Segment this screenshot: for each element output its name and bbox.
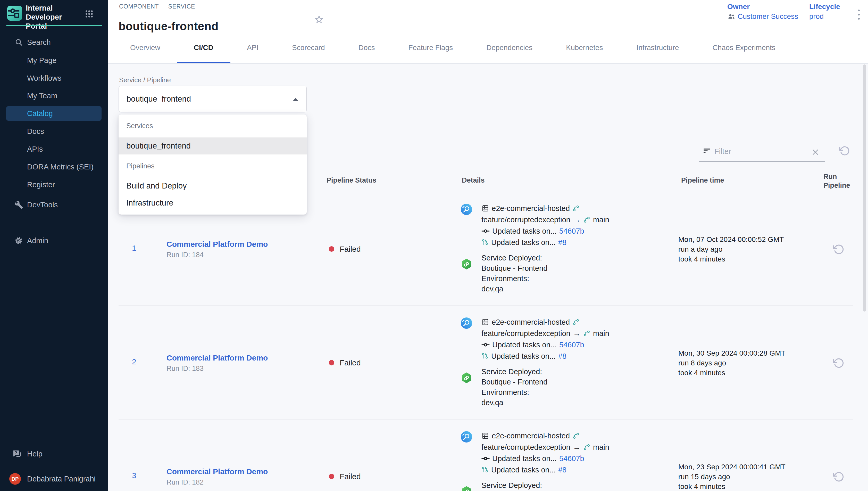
pipeline-name-block: Commercial Platform Demo Run ID: 183 [166, 353, 268, 373]
tab-api[interactable]: API [247, 32, 258, 63]
tab-infrastructure[interactable]: Infrastructure [637, 32, 679, 63]
menu-item-build-and-deploy[interactable]: Build and Deploy [119, 177, 307, 195]
sidebar-item-label: My Page [27, 56, 57, 65]
tab-scorecard[interactable]: Scorecard [292, 32, 325, 63]
sidebar-accent-rule [6, 25, 102, 26]
service-pipeline-selected-value: boutique_frontend [127, 86, 191, 112]
sidebar-item-devtools[interactable]: DevTools [0, 196, 108, 214]
service-pipeline-select[interactable]: boutique_frontend [119, 86, 307, 112]
sidebar-user-menu[interactable]: DP Debabrata Panigrahi [0, 469, 108, 488]
cd-stage-icon [461, 486, 472, 491]
tab-cicd[interactable]: CI/CD [194, 32, 213, 63]
tab-dependencies[interactable]: Dependencies [486, 32, 532, 63]
clear-filter-icon[interactable] [811, 147, 820, 157]
sidebar-item-my-team[interactable]: My Team [0, 87, 108, 105]
ci-stage-icon [461, 431, 472, 442]
commit-message: Updated tasks on... [492, 227, 557, 235]
pull-request-icon [482, 239, 489, 246]
git-branch-icon [572, 318, 580, 326]
sidebar-item-label: Workflows [27, 74, 61, 83]
sidebar-item-my-page[interactable]: My Page [0, 51, 108, 69]
app-switcher-grid-icon[interactable] [85, 9, 94, 19]
menu-item-infrastructure[interactable]: Infrastructure [119, 195, 307, 211]
git-branch-icon [572, 432, 580, 439]
filter-input[interactable] [714, 143, 802, 160]
status-label: Failed [340, 358, 361, 367]
pipeline-name-block: Commercial Platform Demo Run ID: 182 [166, 467, 268, 487]
commit-hash-link[interactable]: 54607b [559, 341, 584, 349]
pipeline-time-block: Mon, 23 Sep 2024 00:00:41 GMT run 15 day… [678, 462, 785, 491]
run-index-link[interactable]: 1 [132, 244, 136, 253]
service-deployed-label: Service Deployed: [482, 253, 609, 263]
pull-request-icon [482, 466, 489, 473]
app-logo-row: Internal Developer Portal [0, 0, 108, 25]
tab-docs[interactable]: Docs [359, 32, 375, 63]
avatar: DP [9, 473, 21, 485]
run-timestamp: Mon, 30 Sep 2024 00:00:28 GMT [678, 348, 785, 358]
git-branch-icon [583, 216, 590, 223]
sidebar-item-label: Search [27, 38, 51, 47]
run-index-link[interactable]: 2 [132, 357, 136, 366]
tab-feature-flags[interactable]: Feature Flags [408, 32, 453, 63]
environments-label: Environments: [482, 387, 609, 397]
pr-number-link[interactable]: #8 [558, 238, 566, 247]
sidebar-item-catalog[interactable]: Catalog [6, 106, 101, 121]
pipeline-name-link[interactable]: Commercial Platform Demo [166, 353, 268, 363]
sidebar-item-help[interactable]: Help [0, 445, 108, 463]
sidebar-item-label: Docs [27, 127, 44, 136]
vertical-scrollbar-thumb[interactable] [863, 64, 866, 312]
sidebar-item-search[interactable]: Search [0, 33, 108, 51]
table-row: 3 Commercial Platform Demo Run ID: 182 F… [119, 420, 853, 491]
refresh-table-icon[interactable] [839, 145, 850, 156]
internal-developer-portal-page: Internal Developer Portal Search My Page… [0, 0, 868, 491]
app-logo-icon [7, 6, 22, 21]
target-branch: main [593, 443, 609, 452]
pr-number-link[interactable]: #8 [558, 466, 566, 474]
pipeline-name-link[interactable]: Commercial Platform Demo [166, 239, 268, 249]
run-relative-time: run 15 days ago [678, 472, 785, 482]
sidebar-item-admin[interactable]: Admin [0, 232, 108, 250]
service-deployed-value: Boutique - Frontend [482, 377, 609, 387]
sidebar-item-docs[interactable]: Docs [0, 122, 108, 140]
tab-chaos-experiments[interactable]: Chaos Experiments [712, 32, 775, 63]
chevron-up-icon [293, 98, 298, 101]
run-pipeline-retry-icon[interactable] [833, 244, 844, 255]
source-branch: feature/corruptedexception [482, 329, 570, 338]
favorite-star-icon[interactable] [314, 15, 324, 25]
menu-item-boutique-frontend[interactable]: boutique_frontend [119, 138, 307, 154]
sidebar-item-register[interactable]: Register [0, 176, 108, 194]
filter-input-underline [699, 162, 825, 162]
service-deployed-label: Service Deployed: [482, 480, 609, 490]
sidebar-item-label: Help [27, 450, 42, 458]
tab-overview[interactable]: Overview [130, 32, 160, 63]
gear-icon [14, 236, 23, 245]
pipeline-name-link[interactable]: Commercial Platform Demo [166, 467, 268, 476]
tab-kubernetes[interactable]: Kubernetes [566, 32, 603, 63]
sidebar-item-dora-metrics[interactable]: DORA Metrics (SEI) [0, 158, 108, 176]
run-duration: took 4 minutes [678, 254, 784, 264]
entity-more-menu-icon[interactable] [854, 7, 864, 22]
run-pipeline-retry-icon[interactable] [833, 471, 844, 483]
run-duration: took 4 minutes [678, 482, 785, 491]
filter-icon [703, 146, 711, 155]
pr-number-link[interactable]: #8 [558, 352, 566, 360]
pull-request-icon [482, 352, 489, 360]
sidebar-item-workflows[interactable]: Workflows [0, 69, 108, 87]
environments-value: dev,qa [482, 284, 609, 294]
cd-stage-icon [461, 372, 472, 384]
deployment-block: Service Deployed: Boutique - Frontend En… [482, 367, 609, 408]
commit-hash-link[interactable]: 54607b [559, 227, 584, 235]
owner-link[interactable]: Customer Success [727, 12, 798, 21]
sidebar-item-label: DORA Metrics (SEI) [27, 163, 94, 171]
entity-tabs: Overview CI/CD API Scorecard Docs Featur… [130, 32, 775, 63]
owner-value: Customer Success [738, 12, 798, 21]
wrench-icon [14, 200, 23, 209]
target-branch: main [593, 329, 609, 338]
run-index-link[interactable]: 3 [132, 471, 136, 480]
git-branch-icon [583, 443, 590, 451]
commit-hash-link[interactable]: 54607b [559, 454, 584, 463]
sidebar-item-apis[interactable]: APIs [0, 140, 108, 158]
repository-icon [482, 204, 489, 212]
run-pipeline-retry-icon[interactable] [833, 357, 844, 369]
tabs-divider [108, 63, 868, 64]
